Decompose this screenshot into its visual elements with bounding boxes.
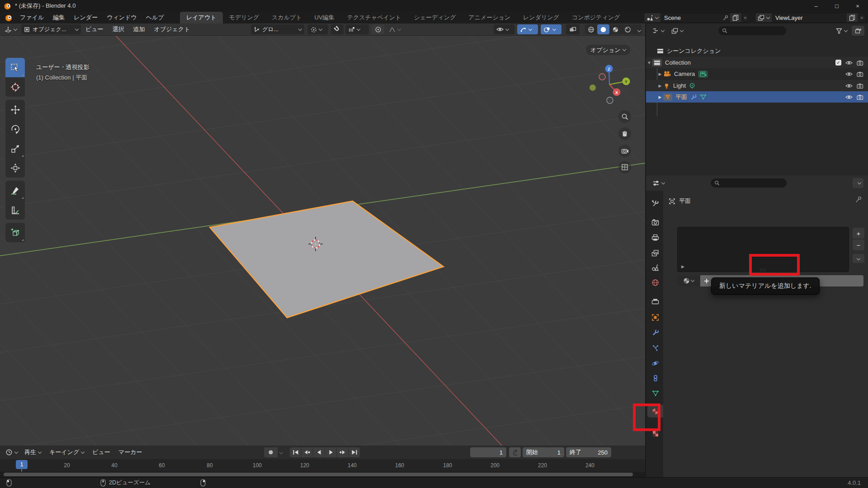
gizmos-toggle[interactable] — [517, 24, 538, 34]
viewlayer-copy-button[interactable] — [847, 13, 858, 22]
tab-uv-editing[interactable]: UV編集 — [308, 12, 341, 23]
tab-render-icon[interactable] — [647, 216, 663, 229]
add-material-slot-button[interactable]: + — [853, 228, 864, 239]
menu-select[interactable]: 選択 — [108, 25, 129, 33]
maximize-button[interactable]: □ — [826, 0, 847, 12]
light-data-icon[interactable] — [689, 83, 695, 89]
tool-cursor[interactable] — [5, 77, 25, 97]
ortho-grid-button[interactable] — [618, 161, 631, 174]
viewlayer-remove-icon[interactable]: × — [858, 13, 866, 22]
menu-marker[interactable]: マーカー — [114, 448, 146, 456]
shading-dropdown[interactable] — [634, 25, 642, 33]
tab-modifiers-icon[interactable] — [647, 326, 663, 339]
tab-physics-icon[interactable] — [647, 357, 663, 370]
menu-help[interactable]: ヘルプ — [142, 12, 169, 23]
viewlayer-browse-button[interactable] — [755, 13, 772, 22]
hide-eye-icon[interactable] — [845, 83, 853, 89]
tab-object-icon[interactable] — [647, 311, 663, 324]
tab-animation[interactable]: アニメーション — [462, 12, 517, 23]
menu-render[interactable]: レンダー — [69, 12, 102, 23]
options-dropdown[interactable]: オプション — [586, 45, 630, 55]
breadcrumb-object-name[interactable]: 平面 — [679, 197, 691, 205]
menu-window[interactable]: ウィンドウ — [102, 12, 142, 23]
visibility-dropdown[interactable] — [494, 24, 514, 34]
modifier-wrench-icon[interactable] — [690, 94, 697, 100]
menu-edit[interactable]: 編集 — [48, 12, 69, 23]
hide-eye-icon[interactable] — [845, 71, 853, 77]
snap-toggle[interactable] — [331, 24, 344, 34]
tab-modeling[interactable]: モデリング — [223, 12, 266, 23]
outliner-search-input[interactable] — [718, 26, 786, 35]
timeline-ruler[interactable]: 1 20 40 60 80 100 120 140 160 180 200 22… — [0, 459, 645, 472]
gizmo-neg-x[interactable] — [599, 74, 605, 80]
play-button[interactable] — [325, 447, 336, 457]
tab-compositing[interactable]: コンポジティング — [566, 12, 626, 23]
auto-key-button[interactable] — [264, 447, 278, 457]
scrollbar-thumb[interactable] — [4, 473, 633, 476]
gizmo-neg-z[interactable] — [607, 97, 613, 103]
proportional-edit-toggle[interactable] — [372, 24, 384, 34]
tab-constraints-icon[interactable] — [647, 372, 663, 385]
tool-measure[interactable] — [5, 200, 25, 220]
tab-layout[interactable]: レイアウト — [180, 12, 223, 23]
tool-add-cube[interactable] — [5, 223, 25, 242]
hide-eye-icon[interactable] — [845, 94, 853, 100]
slot-specials-dropdown[interactable] — [853, 254, 864, 263]
tab-texture-paint[interactable]: テクスチャペイント — [341, 12, 408, 23]
tab-texture-icon[interactable] — [647, 427, 663, 440]
material-slot-list[interactable]: ▶ :::: — [677, 227, 849, 272]
scene-copy-button[interactable] — [730, 13, 741, 22]
minimize-button[interactable]: – — [806, 0, 826, 12]
viewport-canvas[interactable] — [0, 36, 645, 446]
tool-transform[interactable] — [5, 158, 25, 178]
new-collection-button[interactable] — [852, 26, 864, 36]
scene-name[interactable]: Scene — [660, 14, 721, 21]
expand-arrow-icon[interactable]: ▶ — [657, 84, 663, 88]
mode-dropdown[interactable]: オブジェク... — [21, 24, 81, 34]
tab-shading[interactable]: シェーディング — [407, 12, 462, 23]
plane-object[interactable] — [210, 201, 443, 318]
viewlayer-name[interactable]: ViewLayer — [772, 14, 847, 21]
tab-world-icon[interactable] — [647, 276, 663, 289]
tab-object-data-icon[interactable] — [647, 387, 663, 399]
outliner-editor-type-button[interactable] — [650, 26, 667, 36]
editor-type-button[interactable] — [2, 24, 19, 34]
remove-material-slot-button[interactable]: − — [853, 239, 864, 250]
timeline-editor-type-button[interactable] — [3, 447, 20, 457]
disable-render-icon[interactable] — [857, 94, 863, 100]
play-reverse-button[interactable] — [313, 447, 325, 457]
properties-search-input[interactable] — [711, 178, 787, 188]
auto-key-dropdown[interactable] — [278, 451, 285, 454]
menu-keying[interactable]: キーイング — [45, 448, 88, 456]
timeline-scrollbar[interactable] — [0, 472, 645, 477]
tab-tool-icon[interactable] — [647, 197, 663, 210]
scene-browse-button[interactable] — [644, 13, 660, 22]
tool-select-box[interactable] — [5, 58, 25, 77]
tab-rendering[interactable]: レンダリング — [517, 12, 566, 23]
expand-arrow-icon[interactable]: ▶ — [681, 264, 684, 269]
outliner-row-light[interactable]: ▶ Light — [646, 80, 868, 91]
tool-rotate[interactable] — [5, 119, 25, 139]
properties-options-dropdown[interactable] — [853, 178, 863, 188]
pivot-dropdown[interactable] — [307, 24, 328, 34]
orientation-dropdown[interactable]: グロ... — [251, 24, 304, 34]
shading-material-button[interactable] — [609, 24, 622, 34]
overlays-toggle[interactable] — [541, 24, 561, 34]
disable-render-icon[interactable] — [857, 83, 863, 89]
frame-end-field[interactable]: 終了 250 — [566, 447, 611, 457]
shading-rendered-button[interactable] — [622, 24, 634, 34]
xray-toggle[interactable] — [566, 24, 580, 34]
navigation-gizmo[interactable]: Z Y X — [585, 60, 635, 110]
close-button[interactable]: × — [847, 0, 868, 12]
shading-wireframe-button[interactable] — [585, 24, 597, 34]
tool-scale[interactable] — [5, 139, 25, 158]
blender-menu-icon[interactable] — [5, 14, 13, 22]
outliner-row-plane[interactable]: ▶ 平面 — [646, 91, 868, 103]
jump-to-end-button[interactable] — [349, 447, 360, 457]
camera-data-icon[interactable] — [698, 70, 708, 78]
menu-object[interactable]: オブジェクト — [150, 25, 195, 33]
next-keyframe-button[interactable] — [337, 447, 348, 457]
menu-view[interactable]: ビュー — [81, 25, 108, 33]
browse-material-dropdown[interactable] — [677, 275, 700, 286]
tool-annotate[interactable] — [5, 181, 25, 200]
